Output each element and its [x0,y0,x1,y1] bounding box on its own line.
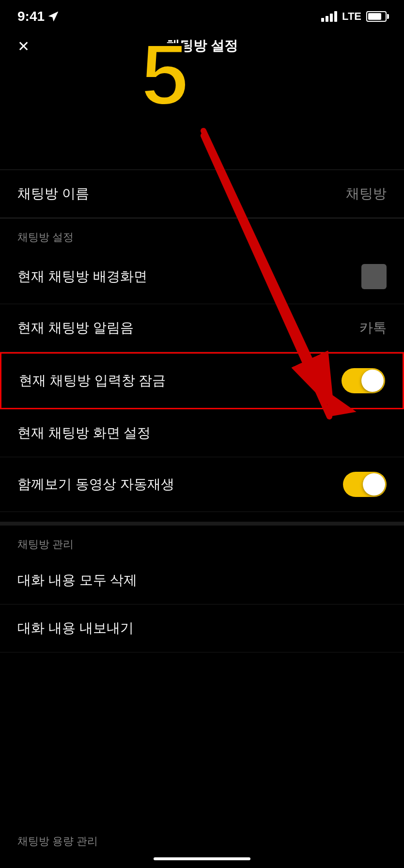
svg-marker-4 [50,13,58,20]
chat-room-name-value: 채팅방 [346,185,387,203]
screen-settings-label: 현재 채팅방 화면 설정 [17,424,151,442]
settings-section-label: 채팅방 설정 [0,218,404,249]
home-indicator [154,857,250,860]
location-icon [48,12,58,21]
auto-play-row[interactable]: 함께보기 동영상 자동재생 [0,457,404,512]
battery-icon [366,11,387,22]
status-right: LTE [321,10,387,23]
management-section-label: 채팅방 관리 [0,526,404,557]
chat-room-name-section: 채팅방 이름 채팅방 [0,170,404,218]
background-row[interactable]: 현재 채팅방 배경화면 [0,249,404,304]
delete-all-row[interactable]: 대화 내용 모두 삭제 [0,557,404,604]
settings-section: 채팅방 설정 현재 채팅방 배경화면 현재 채팅방 알림음 카톡 현재 채팅방 … [0,218,404,512]
notification-row[interactable]: 현재 채팅방 알림음 카톡 [0,304,404,352]
status-time: 9:41 [17,9,58,24]
page-title: 채팅방 설정 [166,37,238,55]
background-thumbnail [361,264,387,289]
delete-all-label: 대화 내용 모두 삭제 [17,571,137,589]
input-lock-toggle[interactable] [342,368,385,393]
chat-room-name-label: 채팅방 이름 [17,185,89,203]
header: ✕ 채팅방 설정 [0,29,404,63]
status-bar: 9:41 LTE [0,0,404,29]
auto-play-toggle-knob [363,473,385,496]
toggle-knob [361,370,384,392]
time-label: 9:41 [17,9,45,24]
bottom-capacity-label[interactable]: 채팅방 용량 관리 [17,834,98,849]
input-lock-label: 현재 채팅방 입력창 잠금 [19,372,166,390]
export-chat-row[interactable]: 대화 내용 내보내기 [0,604,404,652]
lte-label: LTE [342,10,361,23]
input-lock-row[interactable]: 현재 채팅방 입력창 잠금 [0,352,404,409]
auto-play-toggle[interactable] [343,472,387,497]
background-label: 현재 채팅방 배경화면 [17,267,147,286]
notification-label: 현재 채팅방 알림음 [17,319,134,337]
screen-settings-row[interactable]: 현재 채팅방 화면 설정 [0,409,404,457]
annotation-area: 5 [0,63,404,170]
management-section: 채팅방 관리 대화 내용 모두 삭제 대화 내용 내보내기 [0,522,404,652]
auto-play-label: 함께보기 동영상 자동재생 [17,475,174,494]
close-button[interactable]: ✕ [17,38,30,55]
chat-room-name-row[interactable]: 채팅방 이름 채팅방 [0,170,404,218]
notification-value: 카톡 [359,319,387,337]
export-chat-label: 대화 내용 내보내기 [17,619,134,637]
signal-icon [321,11,337,22]
